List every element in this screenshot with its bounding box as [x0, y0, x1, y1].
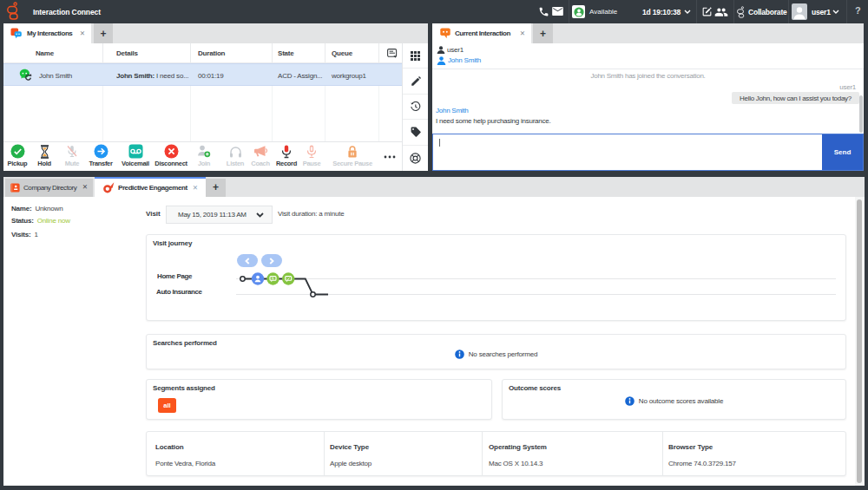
cell-queue: workgroup1 [332, 72, 366, 80]
tag-button[interactable] [403, 120, 428, 145]
pause-button[interactable]: Pause [293, 144, 331, 170]
tab-my-interactions[interactable]: My Interactions ✕ [3, 23, 91, 43]
column-divider [190, 86, 191, 141]
interaction-row-john-smith[interactable]: John Smith John Smith: I need so... 00:0… [3, 63, 428, 86]
chat-scrollbar-thumb[interactable] [859, 95, 863, 133]
customer-message: I need some help purchasing insurance. [436, 117, 550, 125]
cell-name: John Smith [39, 72, 72, 80]
person-icon [437, 56, 446, 65]
visit-select[interactable]: May 15, 2019 11:13 AM [166, 206, 273, 224]
column-header-details[interactable]: Details [116, 49, 138, 57]
visitor-name-row: Name:Unknown [11, 205, 62, 212]
scrollbar-thumb[interactable] [857, 199, 862, 483]
topbar-divider [696, 0, 697, 23]
topbar-divider [846, 0, 847, 23]
info-icon [625, 396, 635, 406]
info-icon [455, 350, 464, 359]
scrollbar[interactable] [855, 197, 865, 486]
new-tab-button[interactable]: + [206, 179, 226, 198]
transfer-button[interactable]: Transfer [82, 144, 120, 170]
cell-state: ACD - Assign... [278, 72, 322, 80]
segment-badge[interactable]: all [158, 398, 176, 413]
journey-timeline [147, 235, 847, 322]
outcome-scores-card: Outcome scores No outcome scores availab… [502, 379, 846, 420]
left-tabbar: My Interactions ✕ + [3, 23, 428, 43]
online-status: Online now [37, 217, 70, 225]
visit-journey-card: Visit journey Home Page Auto Insurance [146, 234, 846, 321]
column-divider [102, 86, 103, 141]
cell-details: John Smith: I need so... [116, 72, 188, 80]
user-chevron-down-icon[interactable] [832, 10, 839, 14]
select-chevron-down-icon [256, 212, 264, 218]
secure-pause-button[interactable]: Secure Pause [328, 144, 377, 170]
help-ring-button[interactable] [403, 146, 428, 171]
column-header-state[interactable]: State [278, 49, 294, 57]
participant-customer[interactable]: John Smith [437, 56, 481, 65]
column-header-name[interactable]: Name [36, 49, 54, 57]
user-menu-label[interactable]: user1 [812, 8, 831, 16]
card-title: Outcome scores [509, 384, 561, 392]
phone-icon[interactable] [538, 6, 549, 17]
tab-predictive-engagement[interactable]: Predictive Engagement ✕ [95, 177, 206, 197]
chat-transcript: John Smith has joined the conversation. … [432, 69, 864, 134]
new-tab-button[interactable]: + [94, 23, 113, 43]
column-header-duration[interactable]: Duration [198, 49, 225, 57]
participants-list: user1 John Smith [432, 43, 864, 69]
new-tab-button[interactable]: + [533, 23, 553, 43]
genesys-logo-icon [7, 2, 18, 20]
participant-agent[interactable]: user1 [437, 46, 464, 54]
current-interaction-icon [440, 28, 450, 39]
view-options-strip [402, 43, 428, 171]
voicemail-icon [116, 144, 155, 159]
customer-name-link[interactable]: John Smith [436, 107, 469, 114]
right-tabbar: Current Interaction ✕ + [432, 23, 864, 43]
mic-pause-icon [293, 144, 331, 159]
column-header-queue[interactable]: Queue [332, 49, 352, 57]
status-chevron-down-icon[interactable] [684, 10, 691, 14]
tab-close-icon[interactable]: ✕ [80, 30, 85, 37]
tab-label: Current Interaction [455, 29, 510, 37]
bottom-tabbar: Company Directory ✕ Predictive Engagemen… [3, 177, 865, 197]
interactions-table-header: Name Details Duration State Queue [3, 43, 428, 63]
help-button[interactable]: ? [855, 5, 861, 16]
interaction-connect-app: Interaction Connect Available 1d 19:10:3… [0, 0, 868, 490]
compose-icon[interactable] [701, 6, 713, 17]
journey-node-visitor[interactable] [252, 272, 264, 284]
tab-current-interaction[interactable]: Current Interaction ✕ [432, 23, 531, 43]
tab-close-icon[interactable]: ✕ [193, 185, 198, 192]
grid-view-button[interactable] [403, 43, 428, 69]
history-button[interactable] [403, 95, 428, 120]
edit-pencil-button[interactable] [403, 69, 428, 94]
empty-state: No outcome scores available [503, 396, 845, 406]
topbar-divider [788, 0, 789, 23]
directory-people-icon[interactable] [714, 7, 728, 16]
current-interaction-panel: Current Interaction ✕ + user1 John Smith… [432, 23, 864, 171]
more-actions-button[interactable] [383, 144, 397, 170]
mail-icon[interactable] [552, 7, 563, 16]
segments-assigned-card: Segments assigned all [146, 379, 492, 420]
send-button[interactable]: Send [822, 134, 863, 170]
app-title: Interaction Connect [33, 8, 101, 16]
cell-duration: 00:01:19 [198, 72, 224, 80]
tab-close-icon[interactable]: ✕ [520, 30, 525, 37]
journey-node-chat[interactable] [266, 272, 279, 284]
tab-label: My Interactions [27, 29, 72, 37]
voicemail-button[interactable]: Voicemail [116, 144, 155, 170]
status-available-icon[interactable] [572, 5, 585, 18]
empty-state: No searches performed [147, 350, 845, 359]
tab-close-icon[interactable]: ✕ [82, 185, 88, 192]
collaborate-label[interactable]: Collaborate [748, 8, 787, 16]
visit-duration-text: Visit duration: a minute [278, 210, 344, 218]
user-avatar[interactable] [792, 3, 807, 20]
lock-pause-icon [328, 144, 377, 159]
status-label[interactable]: Available [589, 8, 617, 16]
card-view-icon[interactable] [387, 49, 398, 59]
tab-company-directory[interactable]: Company Directory ✕ [5, 179, 93, 198]
call-controls-toolbar: Pickup Hold [3, 141, 402, 171]
topbar-divider [569, 0, 569, 23]
message-input[interactable]: Send [432, 134, 864, 171]
column-divider [190, 43, 191, 62]
person-icon [437, 46, 445, 54]
detail-column-divider [662, 432, 663, 475]
table-empty-area [3, 86, 402, 141]
